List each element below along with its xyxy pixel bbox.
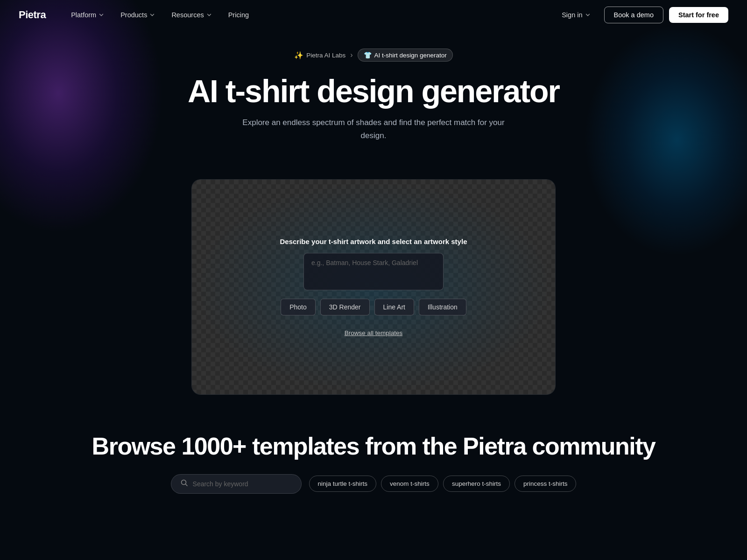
brand-logo[interactable]: Pietra (19, 9, 46, 21)
sparkle-icon: ✨ (294, 51, 303, 60)
nav-actions: Sign in Book a demo Start for free (554, 7, 728, 23)
browse-section: Browse 1000+ templates from the Pietra c… (0, 395, 747, 512)
nav-links: Platform Products Resources Pricing (64, 7, 554, 22)
tool-card: Describe your t-shirt artwork and select… (191, 179, 556, 395)
style-line-art-button[interactable]: Line Art (374, 299, 414, 315)
search-box (171, 474, 302, 494)
nav-item-resources[interactable]: Resources (165, 7, 218, 22)
style-photo-button[interactable]: Photo (281, 299, 316, 315)
chevron-down-icon (206, 12, 212, 18)
browse-title: Browse 1000+ templates from the Pietra c… (9, 432, 738, 460)
style-3d-render-button[interactable]: 3D Render (320, 299, 370, 315)
hero-section: ✨ Pietra AI Labs › 👕 AI t-shirt design g… (0, 30, 747, 179)
navbar: Pietra Platform Products Resources Prici… (0, 0, 747, 30)
breadcrumb-parent[interactable]: ✨ Pietra AI Labs (294, 51, 345, 60)
nav-item-pricing[interactable]: Pricing (222, 7, 255, 22)
tag-chips: ninja turtle t-shirts venom t-shirts sup… (309, 476, 577, 492)
nav-item-platform[interactable]: Platform (64, 7, 111, 22)
hero-subtitle: Explore an endless spectrum of shades an… (233, 116, 514, 141)
search-icon (181, 479, 188, 489)
artwork-description-input[interactable] (303, 253, 444, 290)
search-input[interactable] (193, 480, 286, 488)
chevron-down-icon (98, 12, 105, 18)
hero-title: AI t-shirt design generator (9, 75, 738, 108)
tag-venom[interactable]: venom t-shirts (381, 476, 438, 492)
book-demo-button[interactable]: Book a demo (604, 7, 663, 23)
chevron-down-icon (149, 12, 155, 18)
tag-superhero[interactable]: superhero t-shirts (443, 476, 510, 492)
breadcrumb-separator: › (350, 51, 352, 59)
browse-all-templates-link[interactable]: Browse all templates (345, 329, 403, 336)
breadcrumb: ✨ Pietra AI Labs › 👕 AI t-shirt design g… (294, 49, 453, 62)
start-free-button[interactable]: Start for free (669, 7, 728, 23)
style-illustration-button[interactable]: Illustration (419, 299, 466, 315)
breadcrumb-current: 👕 AI t-shirt design generator (358, 49, 453, 62)
checker-area: Describe your t-shirt artwork and select… (192, 180, 555, 394)
tshirt-icon: 👕 (364, 51, 372, 59)
search-and-tags: ninja turtle t-shirts venom t-shirts sup… (117, 474, 630, 494)
tag-princess[interactable]: princess t-shirts (514, 476, 577, 492)
chevron-down-icon (585, 12, 591, 18)
signin-button[interactable]: Sign in (554, 7, 598, 22)
prompt-label: Describe your t-shirt artwork and select… (280, 238, 467, 245)
tool-container: Describe your t-shirt artwork and select… (182, 179, 565, 395)
style-buttons-group: Photo 3D Render Line Art Illustration (281, 299, 466, 315)
nav-item-products[interactable]: Products (114, 7, 162, 22)
tag-ninja-turtle[interactable]: ninja turtle t-shirts (309, 476, 377, 492)
